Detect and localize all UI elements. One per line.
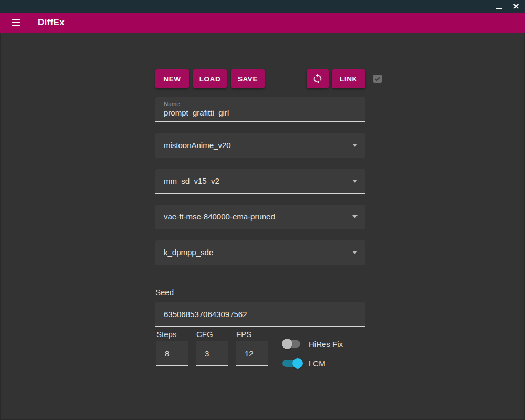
chevron-down-icon <box>352 144 358 147</box>
new-button[interactable]: NEW <box>155 69 189 88</box>
menu-icon[interactable] <box>12 19 20 26</box>
fps-field: FPS <box>236 330 268 366</box>
vae-select-value: vae-ft-mse-840000-ema-pruned <box>164 205 275 229</box>
name-input[interactable] <box>164 107 357 118</box>
motion-module-select[interactable]: mm_sd_v15_v2 <box>155 169 365 194</box>
load-button[interactable]: LOAD <box>193 69 227 88</box>
cfg-label: CFG <box>196 330 228 338</box>
sync-icon <box>312 73 323 85</box>
steps-input[interactable] <box>165 341 186 365</box>
name-field: Name <box>155 97 365 122</box>
refresh-button[interactable] <box>307 69 329 88</box>
minimize-button[interactable] <box>496 3 502 10</box>
chevron-down-icon <box>352 251 358 254</box>
lcm-label: LCM <box>309 359 326 368</box>
cfg-field: CFG <box>196 330 228 366</box>
vae-select[interactable]: vae-ft-mse-840000-ema-pruned <box>155 205 365 229</box>
checkmark-icon <box>374 76 381 82</box>
toggle-thumb <box>292 358 303 369</box>
page-title: DiffEx <box>38 17 65 28</box>
link-checkbox[interactable] <box>373 75 382 83</box>
fps-label: FPS <box>236 330 268 338</box>
seed-label: Seed <box>155 288 174 297</box>
toolbar: NEW LOAD SAVE LINK <box>155 69 365 88</box>
steps-label: Steps <box>156 330 188 338</box>
toggle-thumb <box>282 339 292 349</box>
lcm-toggle[interactable] <box>282 358 303 369</box>
lcm-row: LCM <box>282 358 326 369</box>
form-column: NEW LOAD SAVE LINK Name <box>155 33 365 419</box>
name-field-label: Name <box>164 101 180 107</box>
seed-input[interactable] <box>164 302 357 326</box>
sampler-select-value: k_dpmpp_sde <box>164 240 213 265</box>
steps-field: Steps <box>156 330 188 366</box>
hires-fix-row: HiRes Fix <box>282 339 343 349</box>
main-content: NEW LOAD SAVE LINK Name <box>0 33 525 420</box>
hires-fix-label: HiRes Fix <box>309 340 343 349</box>
chevron-down-icon <box>352 215 358 218</box>
save-button[interactable]: SAVE <box>231 69 265 88</box>
close-button[interactable] <box>512 3 520 10</box>
model-select[interactable]: mistoonAnime_v20 <box>155 133 365 158</box>
hires-fix-toggle[interactable] <box>282 339 303 349</box>
motion-module-select-value: mm_sd_v15_v2 <box>164 169 219 193</box>
seed-field <box>155 302 365 327</box>
cfg-input[interactable] <box>205 341 226 365</box>
chevron-down-icon <box>352 180 358 183</box>
appbar: DiffEx <box>0 13 525 33</box>
model-select-value: mistoonAnime_v20 <box>164 133 231 158</box>
sampler-select[interactable]: k_dpmpp_sde <box>155 240 365 265</box>
link-button[interactable]: LINK <box>332 69 365 88</box>
titlebar <box>0 0 525 13</box>
fps-input[interactable] <box>245 341 266 365</box>
app-window: DiffEx NEW LOAD SAVE LINK <box>0 0 525 420</box>
